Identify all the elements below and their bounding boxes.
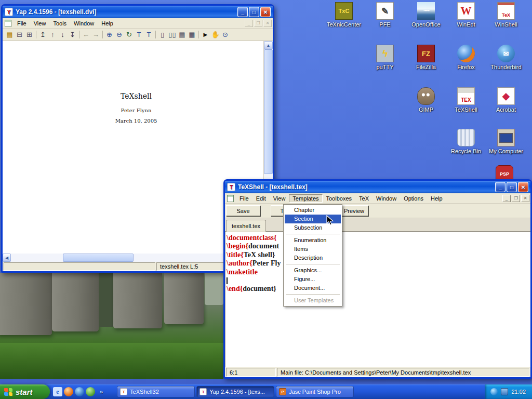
- texshell-close-button[interactable]: ✕: [518, 182, 528, 192]
- desktop-icon-recyclebin[interactable]: Recycle Bin: [446, 129, 486, 154]
- quicklaunch-mail-icon[interactable]: [75, 387, 84, 396]
- texshell-menu-templates[interactable]: Templates: [289, 194, 322, 203]
- yap-titlebar[interactable]: Y Yap 2.4.1596 - [texshell.dvi] _ □ ✕: [3, 6, 273, 18]
- scroll-up-icon[interactable]: ▲: [264, 41, 273, 49]
- desktop-icon-filezilla[interactable]: FZFileZilla: [406, 45, 446, 70]
- scroll-left-icon[interactable]: ◀: [3, 254, 11, 262]
- menu-item-description[interactable]: Description: [285, 254, 341, 262]
- desktop-icon-label: GIMP: [406, 107, 446, 113]
- desktop-icon-thunderbird[interactable]: ✉Thunderbird: [486, 45, 526, 70]
- taskbar-button-psp[interactable]: PJasc Paint Shop Pro: [276, 386, 354, 397]
- yap-menu-view[interactable]: View: [30, 19, 50, 28]
- texshell-mdi-restore-icon[interactable]: ❐: [512, 195, 520, 202]
- layout-continuous-icon[interactable]: ▤: [177, 30, 187, 39]
- texshell-menu-help[interactable]: Help: [427, 194, 446, 203]
- texshell-mdi-close-icon[interactable]: ✕: [521, 195, 529, 202]
- desktop-icon-winedt[interactable]: WWinEdt: [446, 2, 486, 28]
- texshell-editor[interactable]: \documentclass{\begin{document\title{TeX…: [225, 232, 530, 367]
- zoom-out-icon[interactable]: ⊖: [114, 30, 124, 39]
- texshell-menu-tex[interactable]: TeX: [355, 194, 373, 203]
- desktop-icon-openoffice[interactable]: ~~OpenOffice: [406, 2, 446, 28]
- forward-icon[interactable]: →: [91, 30, 101, 39]
- texshell-menu-file[interactable]: File: [236, 194, 252, 203]
- editor-line-3: \title{TeX shell}: [227, 251, 530, 259]
- tray-network-icon[interactable]: [490, 388, 498, 395]
- taskbar-button-yap[interactable]: TYap 2.4.1596 - [texs...: [196, 386, 274, 397]
- menu-item-enumeration[interactable]: Enumeration: [285, 236, 341, 245]
- prev-page-icon[interactable]: ↑: [48, 30, 58, 39]
- print-page-icon[interactable]: ⊞: [24, 30, 34, 39]
- zoom-in-icon[interactable]: ⊕: [104, 30, 114, 39]
- texshell-menu-options[interactable]: Options: [400, 194, 427, 203]
- tray-display-icon[interactable]: [501, 388, 508, 395]
- texshell-maximize-button[interactable]: □: [507, 182, 517, 192]
- taskbar-button-label: Yap 2.4.1596 - [texs...: [209, 389, 265, 395]
- texshell-mdi-minimize-icon[interactable]: _: [502, 195, 511, 202]
- texshell-menubar: FileEditViewTemplatesToolboxesTeXWindowO…: [225, 193, 530, 204]
- yap-menu-tools[interactable]: Tools: [49, 19, 70, 28]
- quicklaunch-firefox-icon[interactable]: [64, 387, 73, 396]
- desktop-icon-pfe[interactable]: ✎PFE: [365, 2, 405, 28]
- menu-item-items[interactable]: Items: [285, 245, 341, 254]
- texshell-titlebar[interactable]: T TeXShell - [texshell.tex] _ □ ✕: [225, 181, 530, 193]
- layout-grid-icon[interactable]: ▦: [187, 30, 197, 39]
- desktop-icon-label: puTTY: [365, 64, 405, 70]
- editor-text-segment: \documentclass{: [227, 234, 277, 242]
- texshell-menu-view[interactable]: View: [270, 194, 289, 203]
- yap-menu-window[interactable]: Window: [70, 19, 98, 28]
- start-button[interactable]: start: [0, 384, 50, 399]
- templates-dropdown-menu: ChapterSectionSubsectionEnumerationItems…: [283, 204, 342, 307]
- desktop-icon-winshell[interactable]: TeXWinShell: [486, 2, 526, 28]
- menu-item-graphics[interactable]: Graphics...: [285, 266, 341, 275]
- quicklaunch-green-icon[interactable]: [86, 387, 95, 396]
- print-icon[interactable]: ⊟: [15, 30, 24, 39]
- menu-item-section[interactable]: Section: [285, 215, 341, 223]
- desktop-icon-texniccenter[interactable]: TxCTeXnicCenter: [324, 2, 364, 28]
- yap-menu-file[interactable]: File: [14, 19, 30, 28]
- desktop-icon-mycomputer[interactable]: My Computer: [486, 129, 526, 154]
- desktop-icon-acrobat[interactable]: ◆Acrobat: [486, 87, 526, 113]
- editor-text-segment: document: [248, 242, 279, 250]
- select-tool-icon[interactable]: ►: [201, 30, 210, 39]
- yap-mdi-close-icon[interactable]: ✕: [263, 20, 272, 27]
- yap-mdi-restore-icon[interactable]: ❐: [254, 20, 262, 27]
- yap-menu-help[interactable]: Help: [98, 19, 117, 28]
- menu-item-document[interactable]: Document...: [285, 284, 341, 292]
- texshell-menu-toolboxes[interactable]: Toolboxes: [323, 194, 356, 203]
- texshell-menu-window[interactable]: Window: [373, 194, 400, 203]
- tab-texshell-tex[interactable]: texshell.tex: [226, 220, 266, 232]
- layout-single-icon[interactable]: ▯: [157, 30, 167, 39]
- quicklaunch-ie-icon[interactable]: e: [53, 387, 62, 396]
- texshell-menu-edit[interactable]: Edit: [252, 194, 270, 203]
- refresh-icon[interactable]: ↻: [124, 30, 134, 39]
- first-page-icon[interactable]: ↥: [38, 30, 48, 39]
- menu-item-figure[interactable]: Figure...: [285, 275, 341, 284]
- yap-mdi-minimize-icon[interactable]: _: [245, 20, 253, 27]
- texshell-minimize-button[interactable]: _: [495, 182, 506, 192]
- taskbar-button-texshell[interactable]: TTeXShell32: [117, 386, 195, 397]
- save-button[interactable]: Save: [226, 205, 260, 216]
- last-page-icon[interactable]: ↧: [68, 30, 77, 39]
- desktop-icon-gimp[interactable]: GIMP: [406, 87, 446, 113]
- desktop-icon-texshell[interactable]: TEXTeXShell: [446, 87, 486, 113]
- hand-tool-icon[interactable]: ✋: [210, 30, 220, 39]
- menu-item-subsection[interactable]: Subsection: [285, 223, 341, 232]
- yap-maximize-button[interactable]: □: [249, 7, 259, 17]
- layout-double-icon[interactable]: ▯▯: [167, 30, 177, 39]
- back-icon[interactable]: ←: [81, 30, 91, 39]
- menu-item-chapter[interactable]: Chapter: [285, 206, 341, 215]
- open-icon[interactable]: ▤: [5, 30, 15, 39]
- magnifier-tool-icon[interactable]: ⊙: [220, 30, 230, 39]
- yap-hscroll-thumb[interactable]: [63, 254, 134, 262]
- menu-separator: [286, 264, 340, 264]
- desktop-icon-label: My Computer: [486, 148, 526, 154]
- quick-launch-overflow-chevron[interactable]: »: [98, 389, 104, 395]
- yap-close-button[interactable]: ✕: [260, 7, 271, 17]
- desktop-icon-firefox[interactable]: Firefox: [446, 45, 486, 70]
- text-render-2-icon[interactable]: T: [144, 30, 154, 39]
- desktop-icon-putty[interactable]: ϟpuTTY: [365, 45, 405, 70]
- yap-vscroll-thumb[interactable]: [264, 49, 273, 174]
- next-page-icon[interactable]: ↓: [58, 30, 68, 39]
- yap-minimize-button[interactable]: _: [237, 7, 248, 17]
- text-render-icon[interactable]: T: [134, 30, 144, 39]
